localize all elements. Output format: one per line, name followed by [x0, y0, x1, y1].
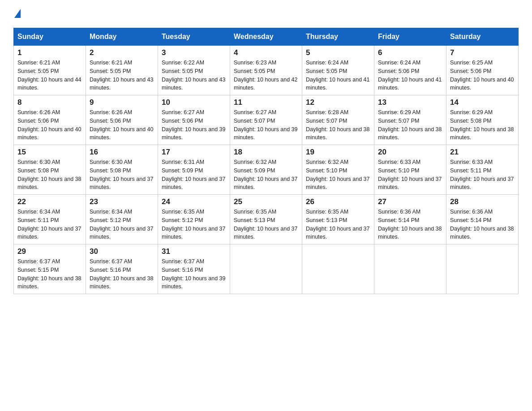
- day-info: Sunrise: 6:37 AMSunset: 5:15 PMDaylight:…: [17, 258, 81, 290]
- calendar-cell: 9 Sunrise: 6:26 AMSunset: 5:06 PMDayligh…: [86, 95, 158, 145]
- day-number: 31: [162, 247, 226, 256]
- calendar-cell: 24 Sunrise: 6:35 AMSunset: 5:12 PMDaylig…: [158, 195, 230, 244]
- day-number: 6: [378, 48, 442, 57]
- calendar-cell: 10 Sunrise: 6:27 AMSunset: 5:06 PMDaylig…: [158, 95, 230, 145]
- day-number: 27: [378, 197, 442, 206]
- calendar-table: SundayMondayTuesdayWednesdayThursdayFrid…: [13, 28, 519, 294]
- day-number: 23: [90, 197, 154, 206]
- header-saturday: Saturday: [446, 28, 519, 46]
- calendar-cell: 30 Sunrise: 6:37 AMSunset: 5:16 PMDaylig…: [86, 244, 158, 294]
- header-thursday: Thursday: [302, 28, 374, 46]
- day-number: 19: [306, 148, 370, 157]
- day-number: 4: [234, 48, 298, 57]
- calendar-cell: 26 Sunrise: 6:35 AMSunset: 5:13 PMDaylig…: [302, 195, 374, 244]
- header-monday: Monday: [86, 28, 158, 46]
- day-info: Sunrise: 6:21 AMSunset: 5:05 PMDaylight:…: [90, 60, 153, 91]
- day-number: 16: [90, 148, 154, 157]
- calendar-cell: 7 Sunrise: 6:25 AMSunset: 5:06 PMDayligh…: [446, 46, 519, 95]
- calendar-cell: 21 Sunrise: 6:33 AMSunset: 5:11 PMDaylig…: [446, 145, 519, 195]
- calendar-cell: [230, 244, 302, 294]
- day-info: Sunrise: 6:36 AMSunset: 5:14 PMDaylight:…: [378, 209, 442, 240]
- day-info: Sunrise: 6:34 AMSunset: 5:11 PMDaylight:…: [17, 209, 81, 240]
- day-number: 13: [378, 98, 442, 107]
- logo-triangle-icon: [14, 9, 21, 18]
- day-number: 22: [17, 197, 82, 206]
- calendar-week-5: 29 Sunrise: 6:37 AMSunset: 5:15 PMDaylig…: [14, 244, 519, 294]
- day-number: 14: [450, 98, 515, 107]
- day-info: Sunrise: 6:35 AMSunset: 5:13 PMDaylight:…: [306, 209, 369, 240]
- day-info: Sunrise: 6:26 AMSunset: 5:06 PMDaylight:…: [90, 109, 153, 141]
- day-number: 1: [17, 48, 82, 57]
- calendar-cell: 12 Sunrise: 6:28 AMSunset: 5:07 PMDaylig…: [302, 95, 374, 145]
- day-info: Sunrise: 6:27 AMSunset: 5:07 PMDaylight:…: [234, 109, 297, 141]
- logo: [13, 9, 21, 19]
- header-friday: Friday: [374, 28, 446, 46]
- day-info: Sunrise: 6:35 AMSunset: 5:13 PMDaylight:…: [234, 209, 297, 240]
- calendar-cell: 15 Sunrise: 6:30 AMSunset: 5:08 PMDaylig…: [14, 145, 86, 195]
- calendar-cell: 14 Sunrise: 6:29 AMSunset: 5:08 PMDaylig…: [446, 95, 519, 145]
- day-number: 15: [17, 148, 82, 157]
- calendar-cell: 25 Sunrise: 6:35 AMSunset: 5:13 PMDaylig…: [230, 195, 302, 244]
- calendar-cell: 6 Sunrise: 6:24 AMSunset: 5:06 PMDayligh…: [374, 46, 446, 95]
- day-info: Sunrise: 6:29 AMSunset: 5:07 PMDaylight:…: [378, 109, 442, 141]
- day-number: 10: [162, 98, 226, 107]
- day-number: 5: [306, 48, 370, 57]
- calendar-cell: [374, 244, 446, 294]
- calendar-cell: 3 Sunrise: 6:22 AMSunset: 5:05 PMDayligh…: [158, 46, 230, 95]
- day-number: 12: [306, 98, 370, 107]
- day-info: Sunrise: 6:30 AMSunset: 5:08 PMDaylight:…: [90, 159, 153, 190]
- day-info: Sunrise: 6:36 AMSunset: 5:14 PMDaylight:…: [450, 209, 514, 240]
- day-info: Sunrise: 6:32 AMSunset: 5:10 PMDaylight:…: [306, 159, 369, 190]
- day-number: 9: [90, 98, 154, 107]
- calendar-cell: 22 Sunrise: 6:34 AMSunset: 5:11 PMDaylig…: [14, 195, 86, 244]
- header-sunday: Sunday: [14, 28, 86, 46]
- day-number: 7: [450, 48, 515, 57]
- header-wednesday: Wednesday: [230, 28, 302, 46]
- day-number: 17: [162, 148, 226, 157]
- calendar-cell: 16 Sunrise: 6:30 AMSunset: 5:08 PMDaylig…: [86, 145, 158, 195]
- calendar-cell: 23 Sunrise: 6:34 AMSunset: 5:12 PMDaylig…: [86, 195, 158, 244]
- calendar-week-4: 22 Sunrise: 6:34 AMSunset: 5:11 PMDaylig…: [14, 195, 519, 244]
- day-number: 25: [234, 197, 298, 206]
- day-number: 29: [17, 247, 82, 256]
- calendar-cell: 11 Sunrise: 6:27 AMSunset: 5:07 PMDaylig…: [230, 95, 302, 145]
- day-number: 24: [162, 197, 226, 206]
- day-info: Sunrise: 6:33 AMSunset: 5:10 PMDaylight:…: [378, 159, 442, 190]
- day-number: 3: [162, 48, 226, 57]
- day-info: Sunrise: 6:37 AMSunset: 5:16 PMDaylight:…: [90, 258, 153, 290]
- day-info: Sunrise: 6:26 AMSunset: 5:06 PMDaylight:…: [17, 109, 81, 141]
- calendar-cell: 18 Sunrise: 6:32 AMSunset: 5:09 PMDaylig…: [230, 145, 302, 195]
- day-info: Sunrise: 6:27 AMSunset: 5:06 PMDaylight:…: [162, 109, 225, 141]
- day-number: 11: [234, 98, 298, 107]
- calendar-cell: 31 Sunrise: 6:37 AMSunset: 5:16 PMDaylig…: [158, 244, 230, 294]
- day-number: 20: [378, 148, 442, 157]
- header-tuesday: Tuesday: [158, 28, 230, 46]
- day-info: Sunrise: 6:23 AMSunset: 5:05 PMDaylight:…: [234, 60, 297, 91]
- calendar-week-3: 15 Sunrise: 6:30 AMSunset: 5:08 PMDaylig…: [14, 145, 519, 195]
- day-info: Sunrise: 6:30 AMSunset: 5:08 PMDaylight:…: [17, 159, 81, 190]
- calendar-cell: [446, 244, 519, 294]
- day-info: Sunrise: 6:21 AMSunset: 5:05 PMDaylight:…: [17, 60, 81, 91]
- day-info: Sunrise: 6:32 AMSunset: 5:09 PMDaylight:…: [234, 159, 297, 190]
- day-info: Sunrise: 6:28 AMSunset: 5:07 PMDaylight:…: [306, 109, 369, 141]
- day-number: 18: [234, 148, 298, 157]
- day-info: Sunrise: 6:34 AMSunset: 5:12 PMDaylight:…: [90, 209, 153, 240]
- calendar-cell: 8 Sunrise: 6:26 AMSunset: 5:06 PMDayligh…: [14, 95, 86, 145]
- day-number: 2: [90, 48, 154, 57]
- day-info: Sunrise: 6:31 AMSunset: 5:09 PMDaylight:…: [162, 159, 225, 190]
- day-info: Sunrise: 6:29 AMSunset: 5:08 PMDaylight:…: [450, 109, 514, 141]
- day-number: 8: [17, 98, 82, 107]
- calendar-week-1: 1 Sunrise: 6:21 AMSunset: 5:05 PMDayligh…: [14, 46, 519, 95]
- calendar-week-2: 8 Sunrise: 6:26 AMSunset: 5:06 PMDayligh…: [14, 95, 519, 145]
- calendar-cell: 4 Sunrise: 6:23 AMSunset: 5:05 PMDayligh…: [230, 46, 302, 95]
- calendar-cell: 17 Sunrise: 6:31 AMSunset: 5:09 PMDaylig…: [158, 145, 230, 195]
- calendar-cell: 29 Sunrise: 6:37 AMSunset: 5:15 PMDaylig…: [14, 244, 86, 294]
- calendar-header-row: SundayMondayTuesdayWednesdayThursdayFrid…: [14, 28, 519, 46]
- calendar-cell: [302, 244, 374, 294]
- calendar-cell: 19 Sunrise: 6:32 AMSunset: 5:10 PMDaylig…: [302, 145, 374, 195]
- calendar-cell: 28 Sunrise: 6:36 AMSunset: 5:14 PMDaylig…: [446, 195, 519, 244]
- page-header: [13, 9, 519, 19]
- day-info: Sunrise: 6:33 AMSunset: 5:11 PMDaylight:…: [450, 159, 514, 190]
- day-number: 28: [450, 197, 515, 206]
- calendar-cell: 5 Sunrise: 6:24 AMSunset: 5:05 PMDayligh…: [302, 46, 374, 95]
